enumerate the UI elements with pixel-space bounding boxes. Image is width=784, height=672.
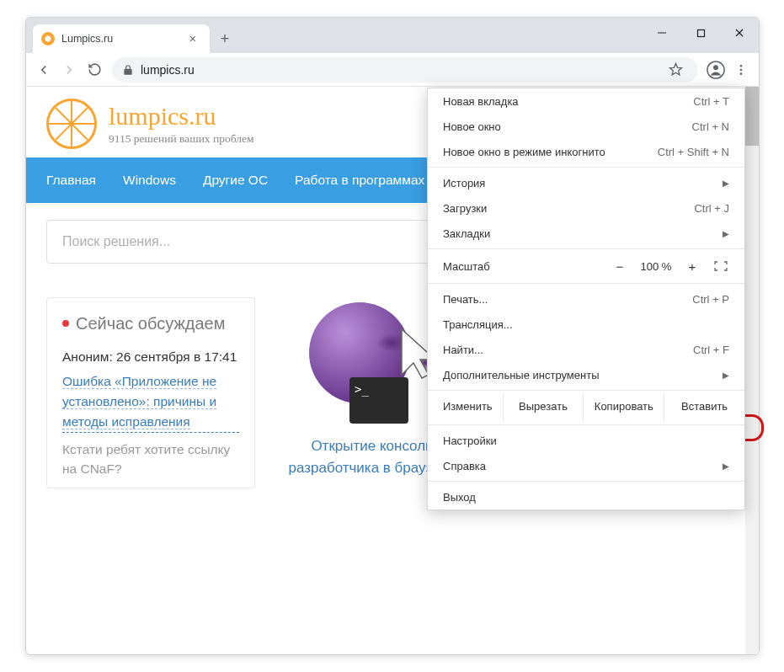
discuss-link[interactable]: Ошибка «Приложение не установлено»: прич… [62, 371, 239, 433]
discuss-body: Кстати ребят хотите ссылку на CNaF? [62, 440, 239, 479]
nav-programs[interactable]: Работа в программах [281, 157, 438, 203]
toolbar: lumpics.ru [26, 53, 759, 87]
svg-point-8 [740, 68, 743, 71]
menu-label: Справка [443, 460, 486, 472]
discuss-card: Сейчас обсуждаем Аноним: 26 сентября в 1… [46, 297, 255, 488]
site-title: lumpics.ru [109, 102, 254, 131]
menu-label: Печать... [443, 293, 488, 306]
new-tab-button[interactable]: + [213, 27, 237, 51]
menu-zoom-row: Масштаб − 100 % + [428, 252, 744, 280]
chevron-right-icon: ▶ [723, 229, 729, 238]
menu-label: Найти... [443, 344, 483, 356]
window-controls [643, 18, 759, 48]
forward-button[interactable] [56, 57, 82, 83]
site-subtitle: 9115 решений ваших проблем [109, 132, 254, 146]
menu-history[interactable]: История▶ [428, 170, 744, 195]
menu-label: Трансляция... [443, 318, 513, 331]
menu-separator [428, 248, 744, 249]
back-button[interactable] [31, 57, 56, 83]
menu-button[interactable] [728, 57, 754, 83]
menu-settings[interactable]: Настройки [428, 428, 744, 453]
address-bar[interactable]: lumpics.ru [112, 57, 698, 83]
svg-point-7 [740, 65, 743, 67]
discuss-heading-text: Сейчас обсуждаем [76, 313, 225, 334]
svg-point-9 [740, 72, 743, 75]
red-dot-icon [62, 320, 69, 327]
menu-separator [428, 390, 744, 391]
menu-shortcut: Ctrl + F [693, 344, 729, 356]
menu-incognito[interactable]: Новое окно в режиме инкогнитоCtrl + Shif… [428, 139, 744, 164]
nav-home[interactable]: Главная [33, 157, 109, 203]
browser-tab[interactable]: Lumpics.ru × [33, 24, 210, 53]
menu-separator [428, 481, 744, 482]
tab-favicon-icon [41, 32, 55, 45]
zoom-value: 100 % [633, 260, 679, 273]
menu-separator [428, 424, 744, 425]
menu-find[interactable]: Найти...Ctrl + F [428, 337, 744, 362]
menu-separator [428, 167, 744, 168]
menu-shortcut: Ctrl + J [694, 202, 729, 215]
zoom-out-button[interactable]: − [606, 255, 633, 277]
scrollbar-thumb[interactable] [745, 87, 759, 146]
menu-shortcut: Ctrl + T [693, 95, 729, 108]
fullscreen-icon[interactable] [706, 255, 736, 277]
maximize-button[interactable] [681, 18, 720, 48]
profile-icon[interactable] [703, 57, 728, 83]
menu-bookmarks[interactable]: Закладки▶ [428, 221, 744, 246]
chevron-right-icon: ▶ [723, 371, 729, 380]
menu-edit-label: Изменить [428, 393, 504, 422]
menu-separator [428, 283, 744, 284]
vertical-scrollbar[interactable] [745, 87, 759, 654]
menu-label: Выход [443, 491, 476, 504]
discuss-heading: Сейчас обсуждаем [62, 313, 239, 334]
nav-other-os[interactable]: Другие ОС [189, 157, 281, 203]
minimize-button[interactable] [643, 18, 681, 48]
chevron-right-icon: ▶ [723, 179, 729, 188]
menu-more-tools[interactable]: Дополнительные инструменты▶ [428, 362, 744, 387]
menu-label: Новое окно [443, 120, 501, 133]
zoom-in-button[interactable]: + [679, 255, 706, 277]
menu-downloads[interactable]: ЗагрузкиCtrl + J [428, 195, 744, 221]
discuss-meta: Аноним: 26 сентября в 17:41 [62, 349, 239, 365]
menu-label: Загрузки [443, 202, 487, 215]
menu-label: Дополнительные инструменты [443, 369, 600, 381]
discuss-link-text: Ошибка «Приложение не установлено»: прич… [62, 374, 216, 429]
menu-label: История [443, 177, 485, 189]
article-thumb-console-icon: >_ [309, 297, 435, 424]
site-logo-icon [46, 99, 97, 149]
chrome-main-menu: Новая вкладкаCtrl + T Новое окноCtrl + N… [427, 88, 745, 510]
menu-new-window[interactable]: Новое окноCtrl + N [428, 114, 744, 139]
tab-title: Lumpics.ru [61, 33, 184, 45]
menu-label: Настройки [443, 435, 497, 447]
star-icon[interactable] [663, 57, 688, 83]
menu-help[interactable]: Справка▶ [428, 453, 744, 478]
menu-shortcut: Ctrl + P [692, 293, 729, 306]
svg-rect-1 [697, 29, 704, 36]
menu-label: Масштаб [443, 260, 606, 273]
menu-paste[interactable]: Вставить [664, 393, 744, 422]
nav-windows[interactable]: Windows [109, 157, 189, 203]
menu-label: Закладки [443, 227, 490, 240]
menu-cut[interactable]: Вырезать [504, 393, 584, 422]
menu-new-tab[interactable]: Новая вкладкаCtrl + T [428, 88, 744, 114]
url-text: lumpics.ru [141, 63, 195, 77]
menu-shortcut: Ctrl + N [692, 120, 729, 133]
tab-close-icon[interactable]: × [184, 32, 201, 45]
menu-edit-row: Изменить Вырезать Копировать Вставить [428, 393, 744, 422]
menu-shortcut: Ctrl + Shift + N [658, 146, 729, 158]
svg-marker-4 [669, 63, 681, 74]
menu-cast[interactable]: Трансляция... [428, 312, 744, 337]
title-bar: Lumpics.ru × + [26, 18, 759, 53]
menu-exit[interactable]: Выход [428, 484, 744, 509]
svg-point-6 [713, 65, 718, 70]
menu-label: Новое окно в режиме инкогнито [443, 146, 605, 158]
chevron-right-icon: ▶ [723, 461, 729, 471]
menu-label: Новая вкладка [443, 95, 519, 108]
menu-copy[interactable]: Копировать [584, 393, 664, 422]
menu-print[interactable]: Печать...Ctrl + P [428, 286, 744, 312]
reload-button[interactable] [82, 57, 107, 83]
lock-icon [122, 64, 134, 76]
close-button[interactable] [720, 18, 759, 48]
